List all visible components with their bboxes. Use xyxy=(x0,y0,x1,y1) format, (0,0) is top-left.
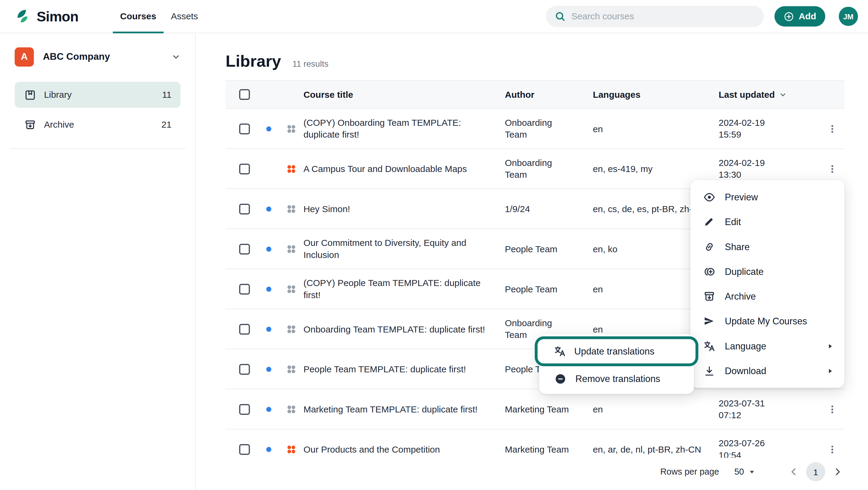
menu-item-update-my-courses[interactable]: Update My Courses xyxy=(690,309,844,333)
course-title: Onboarding Team TEMPLATE: duplicate firs… xyxy=(303,323,505,335)
course-author: People Team xyxy=(505,283,593,295)
course-type-icon xyxy=(286,364,296,374)
menu-item-label: Preview xyxy=(725,192,758,203)
submenu-item-remove-translations[interactable]: Remove translations xyxy=(539,367,694,391)
rows-per-page-label: Rows per page xyxy=(660,467,719,477)
search-box[interactable] xyxy=(546,6,764,27)
course-type-icon xyxy=(286,204,296,214)
published-dot xyxy=(266,367,271,372)
send-icon xyxy=(703,315,715,327)
duplicate-icon xyxy=(703,265,715,278)
course-author: Onboarding Team xyxy=(505,157,593,181)
search-input[interactable] xyxy=(571,11,755,22)
kebab-icon xyxy=(827,445,837,454)
add-button[interactable]: Add xyxy=(775,6,826,27)
column-header-course-title: Course title xyxy=(303,89,505,99)
submenu-item-update-translations[interactable]: Update translations xyxy=(535,336,698,366)
sort-chevron-down-icon xyxy=(779,91,786,98)
menu-item-duplicate[interactable]: Duplicate xyxy=(690,259,844,284)
app: Simon CoursesAssets Add JM A xyxy=(0,0,868,490)
translate-icon xyxy=(703,340,715,352)
plus-circle-icon xyxy=(783,11,795,22)
menu-item-share[interactable]: Share xyxy=(690,234,844,259)
submenu-arrow-icon xyxy=(825,366,834,375)
menu-item-archive[interactable]: Archive xyxy=(690,284,844,309)
table-row[interactable]: Our Products and the Competition Marketi… xyxy=(226,429,844,458)
rows-per-page-select[interactable]: 50 xyxy=(734,467,755,477)
course-title: (COPY) Onboarding Team TEMPLATE: duplica… xyxy=(303,117,505,141)
sidebar-item-library[interactable]: Library 11 xyxy=(15,82,181,108)
menu-item-language[interactable]: Language xyxy=(690,333,844,358)
library-icon xyxy=(24,89,36,101)
course-author: Marketing Team xyxy=(505,443,593,455)
simon-logo-icon xyxy=(15,8,32,25)
row-menu-button[interactable] xyxy=(824,119,844,139)
link-icon xyxy=(703,241,715,253)
course-title: A Campus Tour and Downloadable Maps xyxy=(303,163,505,175)
kebab-icon xyxy=(827,164,837,174)
course-type-icon xyxy=(286,324,296,334)
menu-item-download[interactable]: Download xyxy=(690,359,844,383)
row-checkbox[interactable] xyxy=(239,123,250,134)
course-title: Marketing Team TEMPLATE: duplicate first… xyxy=(303,403,505,415)
context-menu: Preview Edit Share Duplicate Archive Upd… xyxy=(690,180,844,388)
brand[interactable]: Simon xyxy=(15,8,98,25)
sidebar-item-count: 21 xyxy=(161,120,171,130)
menu-item-preview[interactable]: Preview xyxy=(690,185,844,209)
row-menu-button[interactable] xyxy=(824,399,844,419)
row-menu-button[interactable] xyxy=(824,159,844,179)
course-last-updated: 2023-07-26 10:54 xyxy=(719,437,807,457)
course-type-icon xyxy=(286,164,296,174)
sidebar-nav: Library 11 Archive 21 xyxy=(0,82,195,137)
brand-name: Simon xyxy=(37,8,79,25)
course-languages: en xyxy=(593,123,719,134)
pencil-icon xyxy=(703,215,715,228)
archive-icon xyxy=(24,119,36,131)
course-author: Onboarding Team xyxy=(505,117,593,141)
submenu-item-label: Update translations xyxy=(574,346,654,357)
row-checkbox[interactable] xyxy=(239,444,250,455)
course-author: People Team xyxy=(505,243,593,255)
row-menu-button[interactable] xyxy=(824,439,844,458)
table-row[interactable]: Marketing Team TEMPLATE: duplicate first… xyxy=(226,390,844,430)
archive-icon xyxy=(703,290,715,302)
row-checkbox[interactable] xyxy=(239,364,250,374)
table-header: Course title Author Languages Last updat… xyxy=(226,80,844,109)
select-all-checkbox[interactable] xyxy=(239,89,250,100)
course-title: Our Products and the Competition xyxy=(303,443,505,455)
minus-circle-icon xyxy=(554,373,566,385)
course-type-icon xyxy=(286,244,296,254)
published-dot xyxy=(266,327,271,332)
row-checkbox[interactable] xyxy=(239,404,250,415)
submenu-arrow-icon xyxy=(825,342,834,350)
row-checkbox[interactable] xyxy=(239,324,250,335)
avatar[interactable]: JM xyxy=(839,7,858,26)
next-page-button[interactable] xyxy=(831,465,844,479)
row-checkbox[interactable] xyxy=(239,203,250,214)
row-checkbox[interactable] xyxy=(239,163,250,174)
kebab-icon xyxy=(827,124,837,134)
page-number[interactable]: 1 xyxy=(806,462,826,482)
topbar: Simon CoursesAssets Add JM xyxy=(0,0,868,33)
row-checkbox[interactable] xyxy=(239,284,250,295)
company-logo: A xyxy=(15,48,34,67)
menu-item-edit[interactable]: Edit xyxy=(690,209,844,234)
pagination: Rows per page 50 1 xyxy=(226,458,844,486)
menu-item-label: Edit xyxy=(725,216,741,227)
menu-item-label: Update My Courses xyxy=(725,316,807,327)
sidebar-item-archive[interactable]: Archive 21 xyxy=(15,112,181,137)
prev-page-button[interactable] xyxy=(787,465,801,479)
nav-tab-assets[interactable]: Assets xyxy=(163,0,205,33)
nav-tab-courses[interactable]: Courses xyxy=(113,0,163,33)
table-row[interactable]: (COPY) Onboarding Team TEMPLATE: duplica… xyxy=(226,109,844,149)
add-button-label: Add xyxy=(799,11,816,22)
row-checkbox[interactable] xyxy=(239,244,250,254)
sidebar: A ABC Company Library 11 Archive 21 xyxy=(0,33,196,490)
company-selector[interactable]: A ABC Company xyxy=(0,44,195,70)
course-languages: en, ar, de, nl, pt-BR, zh-CN xyxy=(593,443,719,455)
sidebar-item-label: Library xyxy=(44,90,71,100)
course-languages: en xyxy=(593,403,719,415)
published-dot xyxy=(266,206,271,212)
column-header-last-updated[interactable]: Last updated xyxy=(719,89,807,99)
sidebar-item-count: 11 xyxy=(162,90,172,100)
